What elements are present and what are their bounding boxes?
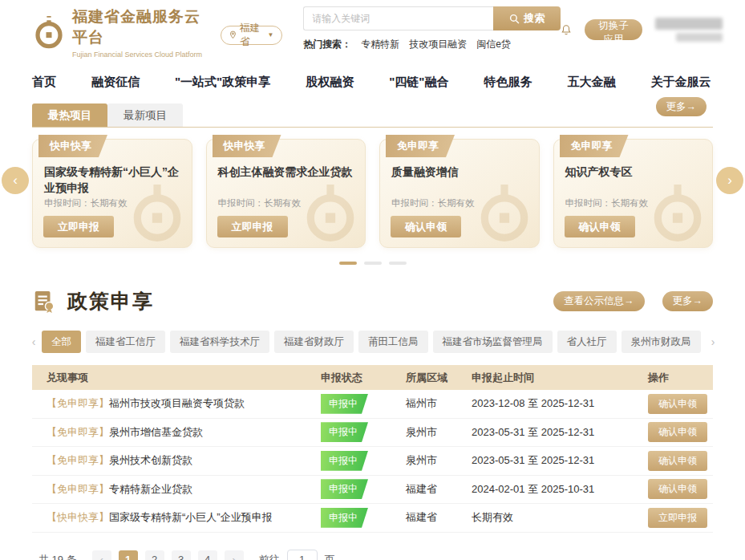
filter-tab[interactable]: 福建省科学技术厅 [170, 331, 269, 353]
brand-text: 福建省金融服务云平台 Fujian Financial Services Clo… [72, 6, 209, 59]
row-name: 泉州市增信基金贷款 [109, 426, 203, 438]
filter-tab[interactable]: 泉州市财政局 [622, 331, 701, 353]
project-card[interactable]: 免申即享 知识产权专区 申报时间：长期有效 确认申领 [553, 139, 714, 248]
carousel-dot[interactable] [364, 262, 382, 265]
filter-tab[interactable]: 福建省市场监督管理局 [433, 331, 553, 353]
claim-confirm-button[interactable]: 确认申领 [648, 394, 707, 414]
row-period: 长期有效 [472, 510, 617, 525]
nav-item-policy[interactable]: "一站式"政策申享 [175, 75, 270, 90]
apply-now-button[interactable]: 立即申报 [43, 216, 114, 237]
search-icon [509, 14, 520, 24]
pagination-total: 共 19 条 [38, 553, 77, 560]
goto-page-input[interactable] [287, 550, 318, 560]
col-status: 申报状态 [321, 371, 406, 385]
hot-search-item[interactable]: 闽信e贷 [476, 38, 511, 51]
row-tag: 【免申即享】 [47, 397, 109, 409]
page-button-1[interactable]: 1 [119, 550, 138, 560]
nav-item-credit[interactable]: 融资征信 [91, 75, 140, 90]
col-item: 兑现事项 [32, 371, 321, 385]
region-label: 福建省 [240, 22, 264, 49]
hot-search-item[interactable]: 专精特新 [361, 38, 399, 51]
region-selector[interactable]: 福建省 ▼ [221, 26, 282, 45]
policy-section-title: 政策申享 [67, 288, 154, 314]
page-next-button[interactable]: › [225, 550, 244, 560]
project-card[interactable]: 快申快享 国家级专精特新“小巨人”企业预申报 申报时间：长期有效 立即申报 [32, 139, 192, 248]
policy-more-button[interactable]: 更多→ [662, 291, 714, 311]
col-action: 操作 [617, 371, 713, 385]
page-prev-button[interactable]: ‹ [92, 550, 111, 560]
row-region: 福建省 [406, 482, 472, 497]
policy-section-header: 政策申享 查看公示信息→ 更多→ [32, 288, 713, 314]
row-tag: 【免申即享】 [47, 454, 109, 466]
card-badge: 免申即享 [560, 135, 629, 157]
project-card-list: 快申快享 国家级专精特新“小巨人”企业预申报 申报时间：长期有效 立即申报 快申… [32, 139, 713, 248]
status-badge: 申报中 [321, 394, 368, 414]
row-period: 2023-05-31 至 2025-12-31 [472, 453, 617, 468]
nav-item-services[interactable]: 特色服务 [484, 75, 532, 90]
goto-label: 前往 [259, 553, 280, 560]
search-area: 搜索 热门搜索： 专精特新 技改项目融资 闽信e贷 [303, 6, 561, 51]
tab-newest-projects[interactable]: 最新项目 [107, 103, 183, 127]
row-name: 福州市技改项目融资专项贷款 [109, 397, 245, 409]
claim-confirm-button[interactable]: 确认申领 [391, 216, 461, 237]
search-button[interactable]: 搜索 [493, 6, 561, 30]
filter-tab[interactable]: 省人社厅 [557, 331, 617, 353]
hot-search: 热门搜索： 专精特新 技改项目融资 闽信e贷 [303, 38, 561, 51]
search-input[interactable] [303, 6, 493, 30]
claim-confirm-button[interactable]: 确认申领 [648, 479, 707, 499]
row-name: 泉州技术创新贷款 [109, 454, 192, 466]
table-row: 【免申即享】福州市技改项目融资专项贷款 申报中 福州市 2023-12-08 至… [32, 390, 713, 419]
carousel-next-button[interactable]: › [716, 167, 743, 194]
row-name: 国家级专精特新“小巨人”企业预申报 [109, 511, 273, 523]
page-button-3[interactable]: 3 [172, 550, 191, 560]
nav-item-equity[interactable]: 股权融资 [306, 75, 354, 90]
header-actions: 切换子应用 [561, 18, 723, 42]
policy-filter-row: ‹ 全部 福建省工信厅 福建省科学技术厅 福建省财政厅 莆田工信局 福建省市场监… [29, 331, 718, 353]
brand-subtitle: Fujian Financial Services Cloud Platform [72, 51, 209, 59]
project-card[interactable]: 快申快享 科创主体融资需求企业贷款 申报时间：长期有效 立即申报 [206, 139, 366, 248]
claim-confirm-button[interactable]: 确认申领 [565, 216, 635, 237]
main-nav: 首页 融资征信 "一站式"政策申享 股权融资 "四链"融合 特色服务 五大金融 … [0, 75, 745, 90]
filter-tab[interactable]: 福建省财政厅 [274, 331, 354, 353]
switch-subapp-button[interactable]: 切换子应用 [585, 19, 642, 40]
claim-confirm-button[interactable]: 确认申领 [648, 451, 707, 471]
carousel-dot[interactable] [389, 262, 407, 265]
brand-logo-icon [32, 16, 66, 50]
filter-tab[interactable]: 福建省工信厅 [86, 331, 165, 353]
filters-next-button[interactable]: › [708, 335, 718, 348]
row-tag: 【免申即享】 [47, 483, 109, 495]
status-badge: 申报中 [321, 451, 368, 471]
nav-item-about[interactable]: 关于金服云 [650, 75, 711, 90]
nav-item-home[interactable]: 首页 [32, 75, 56, 90]
col-region: 所属区域 [406, 371, 472, 385]
apply-now-button[interactable]: 立即申报 [217, 216, 288, 237]
project-card[interactable]: 免申即享 质量融资增信 申报时间：长期有效 确认申领 [379, 139, 540, 248]
view-public-info-button[interactable]: 查看公示信息→ [553, 291, 645, 311]
status-badge: 申报中 [321, 508, 368, 528]
filters-prev-button[interactable]: ‹ [29, 335, 38, 348]
tab-hottest-projects[interactable]: 最热项目 [32, 103, 107, 127]
hot-search-item[interactable]: 技改项目融资 [409, 38, 467, 51]
carousel-dot[interactable] [339, 262, 357, 265]
nav-item-chains[interactable]: "四链"融合 [389, 75, 448, 90]
user-info-redacted[interactable] [655, 18, 723, 42]
table-header: 兑现事项 申报状态 所属区域 申报起止时间 操作 [32, 365, 713, 390]
chevron-down-icon: ▼ [267, 31, 273, 39]
projects-more-button[interactable]: 更多→ [656, 97, 707, 116]
brand: 福建省金融服务云平台 Fujian Financial Services Clo… [32, 6, 282, 59]
coin-watermark-icon [128, 185, 187, 244]
page-button-2[interactable]: 2 [145, 550, 164, 560]
row-period: 2024-02-01 至 2025-10-31 [472, 482, 617, 497]
row-period: 2023-05-31 至 2025-12-31 [472, 425, 617, 440]
filter-tab[interactable]: 莆田工信局 [358, 331, 428, 353]
bell-icon[interactable] [561, 22, 572, 38]
filter-tab-all[interactable]: 全部 [42, 331, 81, 353]
carousel-prev-button[interactable]: ‹ [2, 167, 29, 194]
coin-watermark-icon [648, 185, 707, 244]
claim-confirm-button[interactable]: 确认申领 [648, 422, 707, 442]
nav-item-finance[interactable]: 五大金融 [567, 75, 615, 90]
page-unit-label: 页 [325, 553, 335, 560]
page-button-4[interactable]: 4 [198, 550, 217, 560]
apply-now-button[interactable]: 立即申报 [648, 508, 707, 528]
card-badge: 免申即享 [386, 135, 455, 157]
